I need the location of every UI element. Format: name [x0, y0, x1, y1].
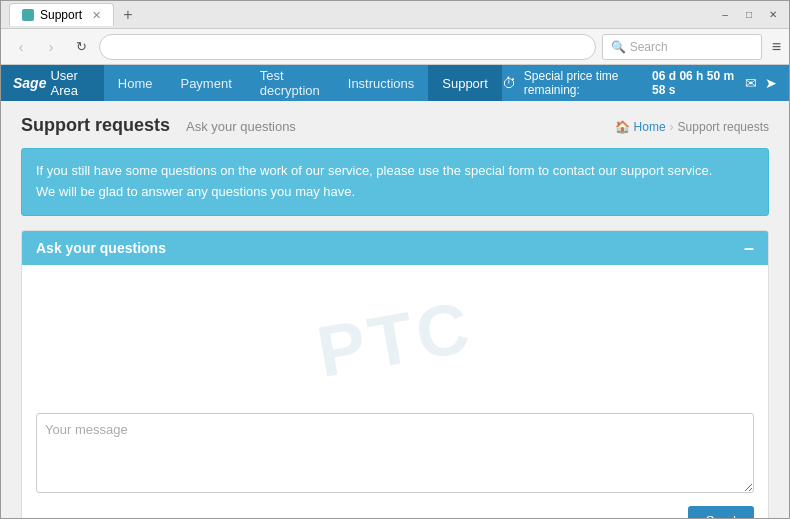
- browser-window: Support ✕ + – □ ✕ ‹ › ↻ 🔍 Search ≡ Sage …: [0, 0, 790, 519]
- tab-favicon: [22, 9, 34, 21]
- timer-icon: ⏱: [502, 75, 516, 91]
- breadcrumb-sep: ›: [670, 120, 674, 134]
- top-navigation: Sage User Area Home Payment Test decrypt…: [1, 65, 789, 101]
- browser-menu-button[interactable]: ≡: [772, 38, 781, 56]
- nav-payment[interactable]: Payment: [166, 65, 245, 101]
- info-text-line1: If you still have some questions on the …: [36, 161, 754, 182]
- message-area: [36, 413, 754, 496]
- address-bar: ‹ › ↻ 🔍 Search ≡: [1, 29, 789, 65]
- brand-area: User Area: [50, 68, 91, 98]
- restore-button[interactable]: □: [741, 7, 757, 23]
- brand-name: Sage: [13, 75, 46, 91]
- url-input[interactable]: [99, 34, 596, 60]
- page-content: Support requests Ask your questions 🏠 Ho…: [1, 101, 789, 518]
- refresh-button[interactable]: ↻: [69, 35, 93, 59]
- search-box[interactable]: 🔍 Search: [602, 34, 762, 60]
- panel-body: PTC Send: [22, 265, 768, 518]
- watermark-area: PTC: [36, 279, 754, 399]
- forward-icon[interactable]: ➤: [765, 75, 777, 91]
- nav-test-decryption[interactable]: Test decryption: [246, 65, 334, 101]
- tab-title: Support: [40, 8, 82, 22]
- close-button[interactable]: ✕: [765, 7, 781, 23]
- page-header: Support requests Ask your questions 🏠 Ho…: [21, 115, 769, 136]
- info-text-line2: We will be glad to answer any questions …: [36, 182, 754, 203]
- breadcrumb: 🏠 Home › Support requests: [615, 120, 769, 134]
- minimize-button[interactable]: –: [717, 7, 733, 23]
- page-subtitle: Ask your questions: [186, 119, 296, 134]
- panel-collapse-button[interactable]: –: [744, 239, 754, 257]
- new-tab-button[interactable]: +: [118, 5, 138, 25]
- timer-value: 06 d 06 h 50 m 58 s: [652, 69, 737, 97]
- ask-questions-panel: Ask your questions – PTC Send: [21, 230, 769, 518]
- title-bar: Support ✕ + – □ ✕: [1, 1, 789, 29]
- forward-button[interactable]: ›: [39, 35, 63, 59]
- nav-support[interactable]: Support: [428, 65, 502, 101]
- page-title-row: Support requests Ask your questions: [21, 115, 296, 136]
- send-button[interactable]: Send: [688, 506, 754, 518]
- send-row: Send: [36, 506, 754, 518]
- window-controls: – □ ✕: [717, 7, 781, 23]
- message-input[interactable]: [36, 413, 754, 493]
- search-icon: 🔍: [611, 40, 626, 54]
- breadcrumb-current: Support requests: [678, 120, 769, 134]
- page-title: Support requests: [21, 115, 170, 136]
- mail-icon[interactable]: ✉: [745, 75, 757, 91]
- breadcrumb-home[interactable]: Home: [634, 120, 666, 134]
- nav-items: Home Payment Test decryption Instruction…: [104, 65, 502, 101]
- timer-label: Special price time remaining:: [524, 69, 644, 97]
- home-icon: 🏠: [615, 120, 630, 134]
- info-box: If you still have some questions on the …: [21, 148, 769, 216]
- brand-logo[interactable]: Sage User Area: [1, 65, 104, 101]
- tab-close-btn[interactable]: ✕: [92, 9, 101, 22]
- browser-tab[interactable]: Support ✕: [9, 3, 114, 26]
- panel-title: Ask your questions: [36, 240, 166, 256]
- back-button[interactable]: ‹: [9, 35, 33, 59]
- timer-section: ⏱ Special price time remaining: 06 d 06 …: [502, 69, 789, 97]
- nav-home[interactable]: Home: [104, 65, 167, 101]
- nav-instructions[interactable]: Instructions: [334, 65, 428, 101]
- search-placeholder: Search: [630, 40, 668, 54]
- panel-header: Ask your questions –: [22, 231, 768, 265]
